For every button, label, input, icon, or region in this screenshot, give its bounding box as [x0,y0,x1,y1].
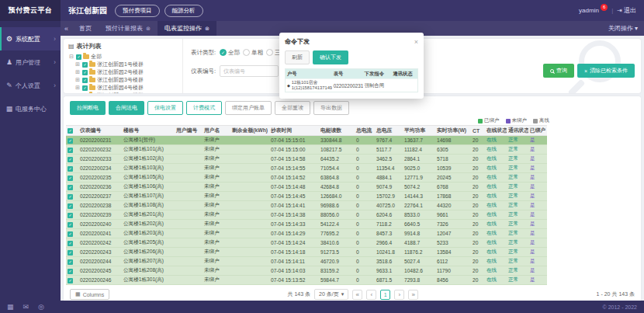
tree-item[interactable]: ⊞✓张江创新园3号楼群 [68,76,178,84]
table-row[interactable]: ✓02202200241公寓楼1栋203(高)未绑户07-04 15:14:29… [66,229,547,238]
checkbox-icon[interactable]: ✓ [68,213,73,218]
meter-type-option-1[interactable]: 单相 [243,49,263,57]
checkbox-icon[interactable]: ✓ [68,157,73,162]
checkbox-icon[interactable]: ✓ [82,78,88,83]
status-icon[interactable]: ◎ [38,303,44,311]
toolbar-button-2[interactable]: 保电设置 [147,101,183,115]
checkbox-icon[interactable]: ✓ [82,62,88,68]
toolbar-button-0[interactable]: 拉闸断电 [70,101,106,115]
table-row[interactable]: ✓02202200236公寓楼1栋106(高)未绑户07-04 15:14:48… [66,183,547,192]
sidebar-item-personal-settings[interactable]: ✎个人设置› [0,74,61,97]
current-page[interactable]: 1 [380,290,390,300]
toolbar-button-6[interactable]: 导出数据 [313,101,349,115]
checkbox-icon[interactable]: ✓ [68,176,73,181]
table-row[interactable]: ✓02202200245公寓楼1栋208(高)未绑户07-04 15:14:03… [66,266,547,276]
grid-icon[interactable]: ▦ [7,303,14,311]
table-row[interactable]: ✓02202200239公寓楼1栋201(高)未绑户07-04 15:14:38… [66,210,547,220]
close-icon[interactable]: ⊗ [146,26,151,32]
sidebar-item-user-management[interactable]: ♟用户管理› [0,50,61,74]
table-row[interactable]: ✓02202200235公寓楼1栋105(高)未绑户07-04 15:14:52… [66,173,547,183]
table-cell: 38410.6 [319,240,355,245]
prev-page-button[interactable]: ‹ [366,290,376,300]
table-row[interactable]: ✓02202200242公寓楼1栋205(高)未绑户07-04 15:14:24… [66,238,547,248]
columns-button[interactable]: ▦ Columns [70,289,109,300]
first-page-button[interactable]: « [352,290,362,300]
last-page-button[interactable]: » [408,290,418,300]
close-icon[interactable]: ⊗ [205,26,209,32]
checkbox-icon[interactable]: ✓ [76,54,81,60]
checkbox-icon[interactable]: ✓ [68,138,73,144]
meter-no-input[interactable] [220,65,279,77]
collapsed-icon[interactable]: ⊞ [74,77,81,83]
table-row[interactable]: ✓02202200238公寓楼1栋108(高)未绑户07-04 15:14:41… [66,201,547,210]
checkbox-icon[interactable]: ✓ [82,85,88,91]
next-page-button[interactable]: › [394,290,404,300]
page-size-select[interactable]: 20 条/页 ▾ [314,289,348,300]
modal-table-row[interactable]: ◆ 12栋101宿舍 1(12)158174137149 02202200231… [286,78,417,92]
collapsed-icon[interactable]: ⊞ [74,85,81,91]
table-cell: 在线 [485,211,507,218]
header-pill-0[interactable]: 预付费项目 [115,5,160,17]
toolbar-button-3[interactable]: 计费模式 [186,101,222,115]
table-row[interactable]: ✓02202200244公寓楼1栋207(高)未绑户07-04 15:14:11… [66,257,547,266]
checkbox-icon[interactable]: ✓ [68,148,73,153]
tree-item[interactable]: ⊞✓张江创新园4号楼群 [68,84,178,92]
checkbox-icon[interactable]: ✓ [68,231,73,237]
table-cell: 是 [528,183,547,190]
refresh-button[interactable]: 刷新 [285,50,310,64]
tree-item[interactable]: ⊟✓全部 [68,53,178,61]
table-cell: 63864.8 [319,175,355,180]
meter-type-option-0[interactable]: ✓全部 [220,49,240,57]
checkbox-icon[interactable]: ✓ [68,185,73,190]
table-cell: 未绑户 [203,146,230,153]
table-row[interactable]: ✓02202200233公寓楼1栋102(高)未绑户07-04 15:14:58… [66,155,547,164]
collapsed-icon[interactable]: ⊞ [74,61,81,68]
table-row[interactable]: ✓02202200237公寓楼1栋107(高)未绑户07-04 15:14:45… [66,192,547,201]
checkbox-icon[interactable]: ✓ [68,250,73,256]
table-row[interactable]: ✓02202200240公寓楼1栋202(高)未绑户07-04 15:14:33… [66,220,547,229]
table-row[interactable]: ✓02202200231公寓楼1(暂停)未绑户07-04 15:15:01330… [66,136,547,145]
collapse-sidebar-icon[interactable]: « [61,25,72,33]
logout-button[interactable]: ⇥ 退出 [617,6,636,15]
message-icon[interactable]: ✉ [23,303,29,311]
header-pill-1[interactable]: 能源分析 [164,5,203,17]
confirm-send-button[interactable]: 确认下发 [313,50,348,64]
checkbox-icon[interactable]: ✓ [68,269,73,274]
checkbox-icon[interactable]: ✓ [68,241,73,246]
close-operations-menu[interactable]: 关闭操作 ▾ [608,24,638,33]
checkbox-icon[interactable]: ✓ [68,278,73,283]
checkbox-icon[interactable]: ✓ [82,93,88,94]
toolbar-button-4[interactable]: 绑定用户账单 [225,101,272,115]
tree-item[interactable]: ⊞✓张江创新园1号楼群 [68,61,178,68]
tree-item[interactable]: ⊞✓张江创新园5号楼群 [68,92,178,93]
sidebar-item-system-config[interactable]: ⚙系统配置› [0,27,61,50]
checkbox-icon[interactable]: ✓ [68,259,73,265]
checkbox-icon[interactable]: ✓ [68,194,73,200]
table-row[interactable]: ✓02202200246公寓楼1栋301(高)未绑户07-04 15:13:52… [66,276,547,285]
close-icon[interactable]: × [414,38,418,46]
expanded-icon[interactable]: ⊟ [68,54,74,60]
checkbox-icon[interactable]: ✓ [68,128,73,134]
notification-badge[interactable]: 6 [601,4,608,11]
tree-item[interactable]: ⊞✓张江创新园2号楼群 [68,68,178,76]
search-button[interactable]: 查询 [543,64,574,78]
collapsed-icon[interactable]: ⊞ [74,92,81,93]
collapsed-icon[interactable]: ⊞ [74,69,81,75]
toolbar-button-1[interactable]: 合闸送电 [109,101,144,115]
tab-0[interactable]: 首页 [72,21,99,36]
checkbox-icon[interactable]: ✓ [68,222,73,228]
table-cell: 公寓楼1栋201(高) [122,211,175,218]
checkbox-icon[interactable]: ✓ [68,166,73,172]
table-row[interactable]: ✓02202200243公寓楼1栋206(高)未绑户07-04 15:14:18… [66,248,547,257]
table-row[interactable]: ✓02202200232公寓楼1栋101(高)未绑户07-04 15:15:00… [66,145,547,155]
username[interactable]: yadmin [579,7,599,14]
tab-1[interactable]: 预付计量报表⊗ [99,21,158,36]
tab-2[interactable]: 电表监控操作⊗ [158,21,216,36]
sidebar-item-service-center[interactable]: ▦电服务中心 [0,97,61,120]
table-row[interactable]: ✓02202200234公寓楼1栋103(高)未绑户07-04 15:14:55… [66,164,547,173]
clear-filters-button[interactable]: × 清除已检索条件 [577,64,635,78]
table-cell: 0 [355,249,375,255]
checkbox-icon[interactable]: ✓ [68,203,73,209]
checkbox-icon[interactable]: ✓ [82,70,88,75]
toolbar-button-5[interactable]: 全部重读 [275,101,310,115]
